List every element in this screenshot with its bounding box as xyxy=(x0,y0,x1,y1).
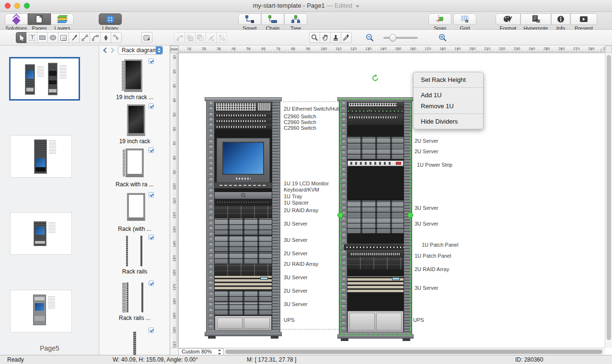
present-button[interactable]: Present xyxy=(570,13,597,31)
library-item-checkbox[interactable] xyxy=(149,281,154,286)
equipment-label[interactable]: 2U Server xyxy=(415,148,439,154)
equipment-label[interactable]: 1U Power Strip xyxy=(417,162,452,168)
snap-button[interactable]: Snap xyxy=(428,13,451,31)
equipment-raid-array[interactable] xyxy=(215,263,272,276)
menu-item-add-1u[interactable]: Add 1U xyxy=(414,90,483,101)
equipment-label[interactable]: 1U Spacer xyxy=(284,200,309,205)
zoom-slider-track[interactable] xyxy=(383,37,418,39)
equipment-lcd-monitor[interactable] xyxy=(217,138,270,182)
library-item-19-inch-rack[interactable]: 19 inch rack xyxy=(99,102,170,147)
page-label-page5[interactable]: Page5 xyxy=(0,344,99,352)
equipment-label[interactable]: 2U Ethernet Switch/Hub xyxy=(284,106,340,112)
equipment-c2960-switch[interactable] xyxy=(215,124,272,129)
equipment-c2960-switch[interactable] xyxy=(215,112,272,118)
equipment-label[interactable]: 3U Server xyxy=(415,221,439,227)
text-tool[interactable] xyxy=(26,32,37,43)
library-forward-icon[interactable] xyxy=(111,48,115,52)
equipment-ups[interactable] xyxy=(215,316,272,330)
zoom-out-button[interactable] xyxy=(366,34,374,44)
equipment-label[interactable]: 3U Server xyxy=(415,205,439,211)
ruler-units-box[interactable]: mm xyxy=(170,46,179,53)
library-back-icon[interactable] xyxy=(103,48,107,52)
menu-item-hide-dividers[interactable]: Hide Dividers xyxy=(414,116,483,127)
connector-tool[interactable] xyxy=(69,32,80,43)
pages-button[interactable]: Pages xyxy=(28,13,51,31)
vertical-scrollbar-thumb[interactable] xyxy=(607,55,611,340)
equipment-label[interactable]: 1U Tray xyxy=(284,193,302,199)
eyedropper-tool[interactable] xyxy=(341,32,352,43)
equipment-label[interactable]: 3U Server xyxy=(284,221,308,227)
equipment-c2960-switch[interactable] xyxy=(215,118,272,124)
equipment-label[interactable]: UPS xyxy=(284,317,295,323)
reshape-tool[interactable] xyxy=(111,32,122,43)
equipment-label[interactable]: 2U Server xyxy=(284,288,308,294)
menu-item-set-rack-height[interactable]: Set Rack Height xyxy=(414,74,483,85)
menu-item-remove-1u[interactable]: Remove 1U xyxy=(414,101,483,112)
equipment-raid-array[interactable] xyxy=(215,206,272,218)
select-tool[interactable] xyxy=(16,32,27,43)
equipment-label[interactable]: C2960 Switch xyxy=(284,119,316,125)
arc-tool[interactable] xyxy=(90,32,101,43)
zoom-slider-knob[interactable] xyxy=(389,34,396,41)
equipment-label[interactable]: 2U RAID Array xyxy=(415,266,449,272)
library-item-rack-rails[interactable]: Rack rails xyxy=(99,234,170,279)
page-thumbnail-page4[interactable] xyxy=(10,212,72,255)
info-button[interactable]: Info xyxy=(551,13,570,31)
zoom-tool[interactable] xyxy=(309,32,320,43)
title-caret-icon[interactable] xyxy=(356,5,359,8)
equipment-label[interactable]: C2960 Switch xyxy=(284,114,316,119)
drawing-canvas[interactable]: mm 1020304050607080901001101201301401501… xyxy=(170,46,605,348)
equipment-label[interactable]: 1U 19 LCD Monitor Keyboard/KVM xyxy=(284,181,338,193)
zoom-stepper-icon[interactable] xyxy=(218,349,222,355)
equipment-3u-server[interactable] xyxy=(215,302,272,315)
rotation-handle[interactable] xyxy=(371,74,379,84)
equipment-label[interactable]: 3U Server xyxy=(284,301,308,307)
library-item-rack-rails-2[interactable]: Rack rails ... xyxy=(99,280,170,325)
equipment-tray[interactable] xyxy=(215,192,272,199)
library-item-checkbox[interactable] xyxy=(149,192,154,197)
layers-button[interactable]: Layers xyxy=(51,13,74,31)
ellipse-tool[interactable] xyxy=(47,32,58,43)
equipment-label[interactable]: 3U Server xyxy=(284,237,308,243)
library-selector-stepper-icon[interactable] xyxy=(156,46,162,54)
equipment-ethernet-switch-hub[interactable] xyxy=(215,102,272,112)
zoom-in-button[interactable] xyxy=(439,34,447,44)
equipment-3u-server[interactable] xyxy=(215,218,272,235)
zoom-slider[interactable] xyxy=(383,30,431,46)
page-thumbnail-page1[interactable] xyxy=(9,57,80,101)
library-item-checkbox[interactable] xyxy=(149,235,154,240)
grid-button[interactable]: Grid xyxy=(453,13,476,31)
equipment-spacer[interactable] xyxy=(215,199,272,206)
solutions-button[interactable]: Solutions xyxy=(5,13,28,31)
callout-tool[interactable] xyxy=(141,32,152,43)
chain-button[interactable]: Chain xyxy=(261,13,284,31)
page-thumbnail-page5[interactable] xyxy=(10,290,72,332)
equipment-label[interactable]: 3U Server xyxy=(284,274,308,280)
equipment-label[interactable]: 1U Patch Panel xyxy=(422,242,458,248)
pen-tool[interactable] xyxy=(100,32,111,43)
text-block-tool[interactable] xyxy=(58,32,69,43)
selection-handle-left[interactable] xyxy=(337,212,343,218)
hypernote-button[interactable]: Hypernote xyxy=(520,13,551,31)
library-item-checkbox[interactable] xyxy=(149,328,154,333)
library-item-19-inch-rack-numbered[interactable]: 19 inch rack ... xyxy=(99,57,170,102)
library-item-rack-with-rails[interactable]: Rack with ra ... xyxy=(99,147,170,191)
library-item-rack-open[interactable]: Rack (with ... xyxy=(99,191,170,235)
smart-button[interactable]: Smart xyxy=(238,13,261,31)
equipment-label[interactable]: C2960 Switch xyxy=(284,125,316,131)
equipment-label[interactable]: UPS xyxy=(413,317,424,323)
page-thumbnail-page3[interactable] xyxy=(10,135,72,178)
library-selector-dropdown[interactable]: Rack diagrams xyxy=(118,46,163,55)
equipment-label[interactable]: 2U RAID Array xyxy=(284,207,318,213)
stamp-tool[interactable] xyxy=(330,32,341,43)
vertical-scrollbar[interactable] xyxy=(605,46,612,348)
equipment-2u-server[interactable] xyxy=(215,252,272,263)
equipment-label[interactable]: 2U RAID Array xyxy=(284,261,318,267)
library-item-checkbox[interactable] xyxy=(149,148,154,153)
rectangle-tool[interactable] xyxy=(37,32,48,43)
equipment-label[interactable]: 1U Patch Panel xyxy=(415,253,451,259)
tree-button[interactable]: Tree xyxy=(284,13,307,31)
equipment-label[interactable]: 2U Server xyxy=(415,138,439,144)
library-item-checkbox[interactable] xyxy=(149,103,154,109)
selection-handle-right[interactable] xyxy=(407,212,413,218)
